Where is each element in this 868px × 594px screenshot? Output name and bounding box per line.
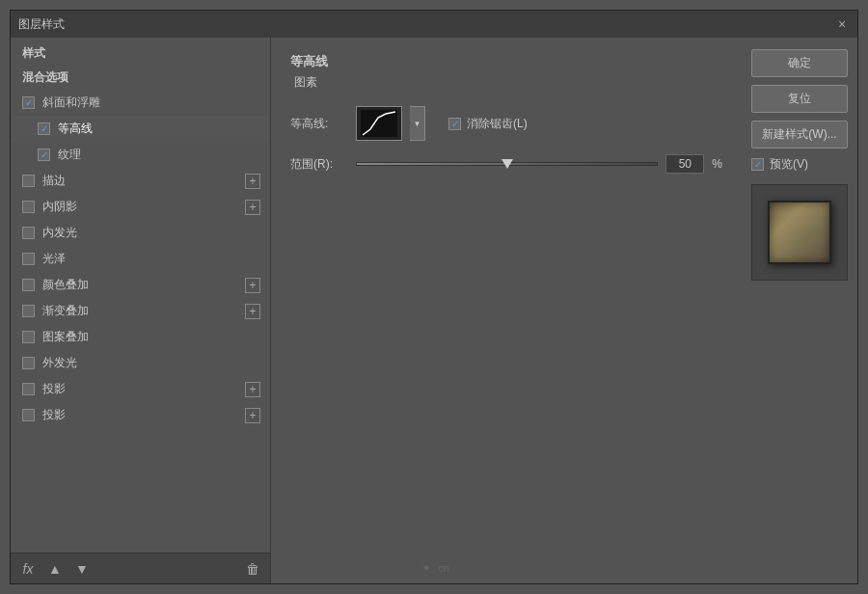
- color-overlay-label: 颜色叠加: [42, 277, 89, 293]
- range-unit-label: %: [712, 157, 722, 171]
- sidebar-item-gradient-overlay[interactable]: 渐变叠加 +: [11, 298, 270, 324]
- layer-style-dialog: 图层样式 × 样式 混合选项 斜面和浮雕 等高线: [10, 10, 858, 584]
- preview-checkbox[interactable]: [751, 158, 764, 171]
- sidebar-item-texture[interactable]: 纹理: [11, 142, 270, 168]
- preview-checkbox-row[interactable]: 预览(V): [751, 156, 848, 173]
- preview-label: 预览(V): [770, 156, 808, 173]
- delete-icon[interactable]: 🗑: [243, 559, 262, 579]
- contour-checkbox[interactable]: [38, 122, 50, 135]
- ok-button[interactable]: 确定: [751, 49, 848, 77]
- gradient-overlay-label: 渐变叠加: [42, 303, 89, 319]
- outer-glow-label: 外发光: [42, 355, 77, 371]
- layer-preview-inner: [768, 201, 831, 264]
- inner-shadow-label: 内阴影: [42, 199, 77, 215]
- inner-shadow-checkbox[interactable]: [22, 201, 35, 213]
- sidebar-item-drop-shadow2[interactable]: 投影 +: [11, 402, 270, 428]
- stroke-label: 描边: [42, 173, 66, 189]
- sidebar-item-inner-glow[interactable]: 内发光: [11, 220, 270, 246]
- outer-glow-checkbox[interactable]: [22, 357, 35, 369]
- drop-shadow2-add-icon[interactable]: +: [245, 408, 260, 423]
- contour-sub-title: 图素: [290, 74, 722, 91]
- bevel-checkbox[interactable]: [22, 96, 35, 109]
- drop-shadow2-label: 投影: [42, 407, 66, 423]
- left-panel: 样式 混合选项 斜面和浮雕 等高线 纹理: [11, 38, 271, 583]
- left-panel-footer: fx ▲ ▼ 🗑: [11, 553, 270, 583]
- range-value-input[interactable]: [665, 154, 704, 174]
- section-style-header: 样式: [11, 41, 270, 66]
- inner-glow-checkbox[interactable]: [22, 227, 35, 239]
- reset-button[interactable]: 复位: [751, 85, 848, 113]
- sidebar-item-bevel[interactable]: 斜面和浮雕: [11, 90, 270, 116]
- anti-alias-checkbox[interactable]: [448, 118, 461, 130]
- fx-icon[interactable]: fx: [18, 559, 38, 579]
- contour-label: 等高线: [58, 121, 93, 137]
- dialog-title: 图层样式: [18, 16, 65, 33]
- color-overlay-checkbox[interactable]: [22, 279, 35, 291]
- range-slider-thumb[interactable]: [502, 159, 513, 169]
- inner-glow-label: 内发光: [42, 225, 77, 241]
- new-style-button[interactable]: 新建样式(W)...: [751, 121, 848, 148]
- range-label: 范围(R):: [290, 156, 348, 173]
- stroke-checkbox[interactable]: [22, 175, 35, 187]
- range-row: 范围(R): %: [290, 154, 722, 174]
- drop-shadow1-label: 投影: [42, 381, 66, 397]
- gradient-overlay-add-icon[interactable]: +: [245, 304, 260, 319]
- logo-text: cn: [438, 562, 449, 574]
- layer-preview-box: [751, 184, 848, 281]
- range-slider-track[interactable]: [356, 162, 658, 166]
- sidebar-item-inner-shadow[interactable]: 内阴影 +: [11, 194, 270, 220]
- bottom-logo: cn: [419, 560, 449, 576]
- texture-checkbox[interactable]: [38, 148, 50, 161]
- sidebar-item-outer-glow[interactable]: 外发光: [11, 350, 270, 376]
- sidebar-item-drop-shadow1[interactable]: 投影 +: [11, 376, 270, 402]
- contour-curve-svg: [361, 110, 397, 137]
- right-panel: 确定 复位 新建样式(W)... 预览(V): [742, 38, 857, 583]
- sidebar-item-satin[interactable]: 光泽: [11, 246, 270, 272]
- inner-shadow-add-icon[interactable]: +: [245, 200, 260, 215]
- drop-shadow1-checkbox[interactable]: [22, 383, 35, 395]
- sidebar-item-color-overlay[interactable]: 颜色叠加 +: [11, 272, 270, 298]
- dialog-body: 样式 混合选项 斜面和浮雕 等高线 纹理: [11, 38, 857, 583]
- gradient-overlay-checkbox[interactable]: [22, 305, 35, 317]
- color-overlay-add-icon[interactable]: +: [245, 278, 260, 293]
- move-down-icon[interactable]: ▼: [72, 559, 92, 579]
- contour-row-label: 等高线:: [290, 116, 348, 132]
- satin-label: 光泽: [42, 251, 66, 267]
- section-blend-header: 混合选项: [11, 66, 270, 90]
- anti-alias-label: 消除锯齿(L): [467, 116, 528, 132]
- texture-label: 纹理: [58, 147, 81, 163]
- title-bar: 图层样式 ×: [11, 11, 857, 38]
- layer-style-list: 样式 混合选项 斜面和浮雕 等高线 纹理: [11, 38, 270, 553]
- anti-alias-row[interactable]: 消除锯齿(L): [448, 116, 528, 132]
- contour-row: 等高线: ▼ 消除锯齿(L): [290, 106, 722, 141]
- sidebar-item-pattern-overlay[interactable]: 图案叠加: [11, 324, 270, 350]
- drop-shadow2-checkbox[interactable]: [22, 409, 35, 421]
- contour-dropdown-arrow[interactable]: ▼: [410, 106, 425, 141]
- contour-preview[interactable]: [356, 106, 402, 141]
- contour-section-title: 等高线: [290, 53, 722, 70]
- move-up-icon[interactable]: ▲: [45, 559, 65, 579]
- pattern-overlay-checkbox[interactable]: [22, 331, 35, 343]
- bevel-label: 斜面和浮雕: [42, 94, 100, 111]
- close-button[interactable]: ×: [834, 16, 850, 32]
- range-slider-container: [356, 162, 658, 166]
- center-panel: 等高线 图素 等高线: ▼ 消除锯齿(L) 范围(R):: [271, 38, 742, 583]
- satin-checkbox[interactable]: [22, 253, 35, 265]
- sidebar-item-contour[interactable]: 等高线: [11, 116, 270, 142]
- stroke-add-icon[interactable]: +: [245, 174, 260, 189]
- drop-shadow1-add-icon[interactable]: +: [245, 382, 260, 397]
- sidebar-item-stroke[interactable]: 描边 +: [11, 168, 270, 194]
- pattern-overlay-label: 图案叠加: [42, 329, 89, 345]
- logo-icon: [419, 560, 434, 576]
